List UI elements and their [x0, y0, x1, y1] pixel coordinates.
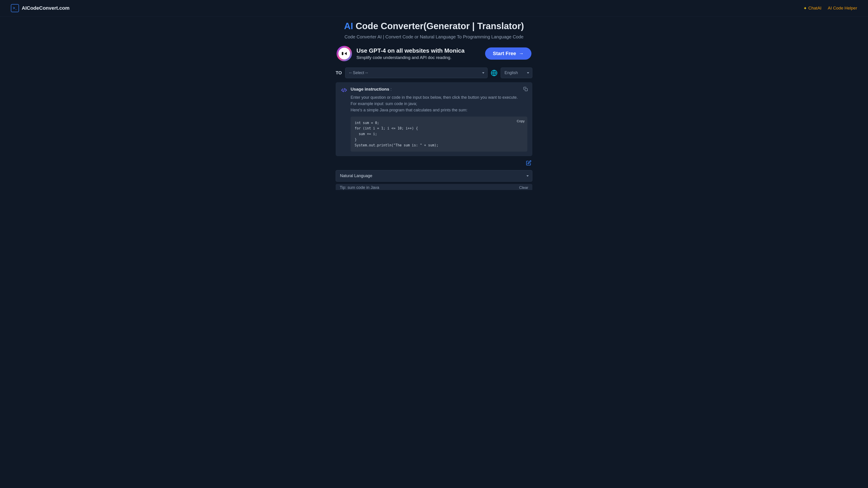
target-language-select[interactable]: -- Select -- [345, 68, 488, 78]
svg-line-3 [344, 88, 344, 92]
copy-code-button[interactable]: Copy [517, 119, 525, 124]
arrow-right-icon: → [519, 51, 524, 57]
instructions-line1: Enter your question or code in the input… [350, 94, 527, 101]
input-mode-select[interactable]: Natural Language [336, 170, 532, 182]
example-code-block: Copyint sum = 0; for (int i = 1; i <= 10… [350, 117, 527, 152]
title-rest: Code Converter(Generator | Translator) [353, 21, 524, 31]
instructions-heading: Usage instructions [350, 87, 389, 92]
nav-helper[interactable]: AI Code Helper [828, 6, 857, 11]
target-row: TO -- Select -- English [336, 68, 532, 78]
edit-icon[interactable] [526, 160, 531, 166]
promo-text: Use GPT-4 on all websites with Monica Si… [356, 47, 480, 60]
example-code-text: int sum = 0; for (int i = 1; i <= 10; i+… [355, 121, 438, 147]
to-label: TO [336, 70, 342, 75]
nav-links: ✦ ChatAI AI Code Helper [803, 6, 857, 11]
page-title: AI Code Converter(Generator | Translator… [336, 21, 532, 31]
instructions-panel: Usage instructions : Enter your question… [336, 82, 532, 156]
start-free-button[interactable]: Start Free → [485, 47, 531, 60]
promo-title: Use GPT-4 on all websites with Monica [356, 47, 480, 54]
monica-avatar [337, 46, 352, 61]
clear-button[interactable]: Clear [519, 186, 528, 190]
start-free-label: Start Free [493, 51, 516, 57]
instructions-line2: For example input: sum code in java; [350, 101, 527, 107]
promo-subtitle: Simplify code understanding and API doc … [356, 55, 480, 60]
globe-icon [491, 70, 498, 76]
page-subtitle: Code Converter AI | Convert Code or Natu… [336, 34, 532, 39]
copy-icon [523, 87, 528, 91]
nav-chat-ai-label: ChatAI [808, 6, 822, 11]
copy-panel-button[interactable] [523, 87, 528, 92]
edit-row [336, 159, 532, 170]
input-area[interactable]: Tip: sum code in Java Clear [336, 184, 532, 190]
nav-helper-label: AI Code Helper [828, 6, 857, 11]
site-header: >_ AICodeConvert.com ✦ ChatAI AI Code He… [0, 0, 868, 17]
terminal-icon: >_ [11, 4, 19, 12]
code-icon [341, 87, 347, 93]
instructions-body: Enter your question or code in the input… [350, 94, 527, 113]
svg-rect-2 [525, 89, 528, 91]
nav-chat-ai[interactable]: ✦ ChatAI [803, 6, 822, 11]
site-name: AICodeConvert.com [22, 5, 69, 11]
main-content: AI Code Converter(Generator | Translator… [336, 17, 532, 190]
output-language-select[interactable]: English [501, 68, 532, 78]
title-ai: AI [344, 21, 353, 31]
instructions-line3: Here's a simple Java program that calcul… [350, 107, 527, 113]
sparkle-icon: ✦ [803, 6, 807, 11]
promo-banner: Use GPT-4 on all websites with Monica Si… [336, 46, 532, 61]
input-tip: Tip: sum code in Java [340, 185, 379, 190]
logo[interactable]: >_ AICodeConvert.com [11, 4, 69, 12]
